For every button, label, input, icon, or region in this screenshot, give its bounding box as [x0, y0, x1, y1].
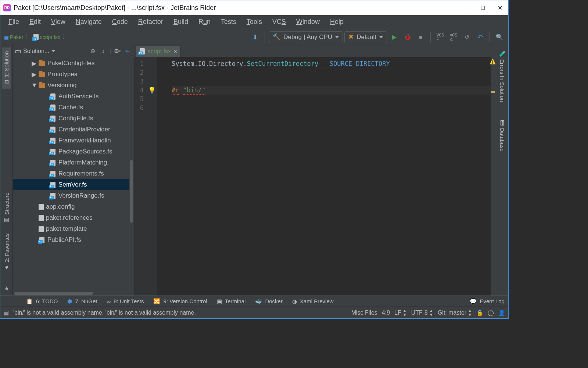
titlebar: RD Paket [C:\Users\maart\Desktop\Paket] …	[0, 0, 508, 15]
expand-arrow-icon[interactable]: ▶	[31, 60, 36, 67]
lock-icon[interactable]: 🔒	[476, 309, 483, 316]
tool-tab-structure[interactable]: ▤ Structure	[2, 189, 11, 227]
menu-file[interactable]: File	[3, 16, 24, 28]
menu-window[interactable]: Window	[291, 16, 325, 28]
tree-row[interactable]: F#PublicAPI.fs	[13, 234, 134, 245]
run-button[interactable]: ▶	[388, 31, 400, 43]
tool-tab-database[interactable]: 🗄 Database	[498, 117, 507, 155]
menu-build[interactable]: Build	[168, 16, 193, 28]
status-caret-position[interactable]: 4:9	[382, 309, 390, 316]
editor-body[interactable]: 123456 💡 System.IO.Directory.SetCurrentD…	[134, 57, 496, 296]
run-config-label: Default	[356, 33, 376, 41]
tree-row[interactable]: ▼Versioning	[13, 80, 134, 91]
separator	[265, 32, 265, 42]
errors-tool-label: Errors In Solution	[499, 59, 505, 102]
status-line-ending[interactable]: LF▲▼	[394, 309, 407, 317]
tree-row[interactable]: paket.template	[13, 223, 134, 234]
tree-row[interactable]: F#AuthService.fs	[13, 91, 134, 102]
download-icon[interactable]: ⬇	[249, 31, 261, 43]
tool-docker[interactable]: 🐳Docker	[255, 298, 283, 305]
error-stripe[interactable]: ⚠️	[491, 57, 496, 296]
tree-row[interactable]: F#Requirements.fs	[13, 168, 134, 179]
tree-row[interactable]: F#PackageSources.fs	[13, 146, 134, 157]
close-button[interactable]: ✕	[491, 0, 508, 15]
tool-tab-errors[interactable]: 🧪 Errors In Solution	[498, 47, 507, 106]
tree-item-label: PlatformMatching.	[58, 159, 109, 166]
vcs-commit-button[interactable]: VCS△	[448, 31, 459, 43]
tree-row[interactable]: app.config	[13, 201, 134, 212]
debug-button[interactable]: 🐞	[402, 31, 413, 43]
breadcrumb-project[interactable]: Paket	[10, 34, 23, 40]
menu-run[interactable]: Run	[193, 16, 216, 28]
tool-unit-tests[interactable]: ∞8: Unit Tests	[107, 298, 144, 304]
warning-marker[interactable]	[491, 91, 495, 93]
close-tab-icon[interactable]: ✕	[173, 49, 178, 54]
tool-tab-favorites[interactable]: ★ 2: Favorites	[2, 230, 11, 275]
status-chip-label: 4:9	[382, 309, 390, 316]
collapse-icon[interactable]: ↕	[99, 45, 107, 57]
horizontal-scrollbar[interactable]	[13, 291, 134, 296]
build-config-select[interactable]: 🔨 Debug | Any CPU	[269, 31, 343, 43]
tool-xaml-preview[interactable]: ◑Xaml Preview	[292, 298, 334, 305]
menu-help[interactable]: Help	[325, 16, 349, 28]
search-everywhere-button[interactable]: 🔍	[494, 31, 505, 43]
code-content[interactable]: System.IO.Directory.SetCurrentDirectory …	[157, 57, 491, 296]
expand-arrow-icon[interactable]: ▶	[31, 71, 36, 78]
chevron-right-icon: 〉	[61, 34, 69, 40]
maximize-button[interactable]: □	[474, 0, 491, 15]
tree-row[interactable]: paket.references	[13, 212, 134, 223]
status-git-branch[interactable]: Git: master▲▼	[438, 309, 472, 317]
inspection-icon[interactable]: ◯	[488, 309, 494, 316]
breadcrumb-file[interactable]: script.fsx	[40, 34, 60, 40]
memory-indicator-icon[interactable]: 👤	[498, 309, 505, 316]
fsharp-file-icon: F#	[50, 181, 56, 188]
tree-row[interactable]: F#PlatformMatching.	[13, 157, 134, 168]
tool-terminal[interactable]: ▣Terminal	[217, 298, 246, 305]
tree-row[interactable]: ▶PaketConfigFiles	[13, 58, 134, 69]
status-encoding[interactable]: UTF-8▲▼	[411, 309, 433, 317]
tool-nuget[interactable]: ⬢7: NuGet	[67, 298, 97, 305]
tree-row[interactable]: F#FrameworkHandlin	[13, 135, 134, 146]
menu-tools[interactable]: Tools	[241, 16, 267, 28]
tool-event-log[interactable]: 💬Event Log	[470, 298, 505, 305]
tree-row[interactable]: ▶Prototypes	[13, 69, 134, 80]
bottom-tool-bar: 📋6: TODO ⬢7: NuGet ∞8: Unit Tests 🔀9: Ve…	[0, 296, 508, 307]
bulb-icon[interactable]: 💡	[147, 86, 157, 95]
tree-item-label: Prototypes	[47, 71, 77, 78]
tool-todo[interactable]: 📋6: TODO	[26, 298, 58, 305]
status-misc-files[interactable]: Misc Files	[351, 309, 377, 316]
vertical-scrollbar[interactable]	[129, 57, 134, 291]
breadcrumbs: ▣ Paket 〉 F# script.fsx 〉	[3, 34, 69, 40]
tool-windows-icon[interactable]: ▤	[3, 309, 9, 316]
history-button[interactable]: ↺	[461, 31, 473, 43]
fsharp-file-icon: F#	[39, 237, 45, 243]
solution-tree[interactable]: ▶PaketConfigFiles▶Prototypes▼VersioningF…	[13, 57, 134, 296]
hide-panel-icon[interactable]: ⇤	[123, 45, 132, 57]
tree-row[interactable]: F#Cache.fs	[13, 102, 134, 113]
expand-arrow-icon[interactable]: ▼	[31, 82, 36, 89]
tree-item-label: SemVer.fs	[58, 181, 87, 188]
menu-refactor[interactable]: Refactor	[133, 16, 168, 28]
revert-button[interactable]: ↶	[474, 31, 486, 43]
star-icon[interactable]: ★	[4, 285, 9, 292]
menu-navigate[interactable]: Navigate	[71, 16, 107, 28]
menu-code[interactable]: Code	[107, 16, 133, 28]
target-icon[interactable]: ⊕	[89, 45, 97, 57]
gear-icon[interactable]: ⚙▾	[113, 45, 121, 57]
tool-tab-solution[interactable]: 🗎 1: Solution	[2, 47, 11, 89]
tree-row[interactable]: F#ConfigFile.fs	[13, 113, 134, 124]
minimize-button[interactable]: —	[458, 0, 474, 15]
editor-tab-script[interactable]: F# script.fsx ✕	[136, 46, 181, 57]
menu-view[interactable]: View	[46, 16, 71, 28]
tree-row[interactable]: F#VersionRange.fs	[13, 190, 134, 201]
tool-version-control[interactable]: 🔀9: Version Control	[153, 298, 207, 305]
tree-row[interactable]: F#SemVer.fs	[13, 179, 134, 190]
vcs-update-button[interactable]: VCS▽	[434, 31, 446, 43]
menu-vcs[interactable]: VCS	[267, 16, 291, 28]
menu-edit[interactable]: Edit	[24, 16, 46, 28]
fsharp-file-icon: F#	[50, 104, 56, 111]
menu-tests[interactable]: Tests	[216, 16, 241, 28]
tree-row[interactable]: F#CredentialProvider	[13, 124, 134, 135]
run-config-select[interactable]: ✖ Default	[344, 31, 387, 43]
stop-button[interactable]: ■	[415, 31, 427, 43]
